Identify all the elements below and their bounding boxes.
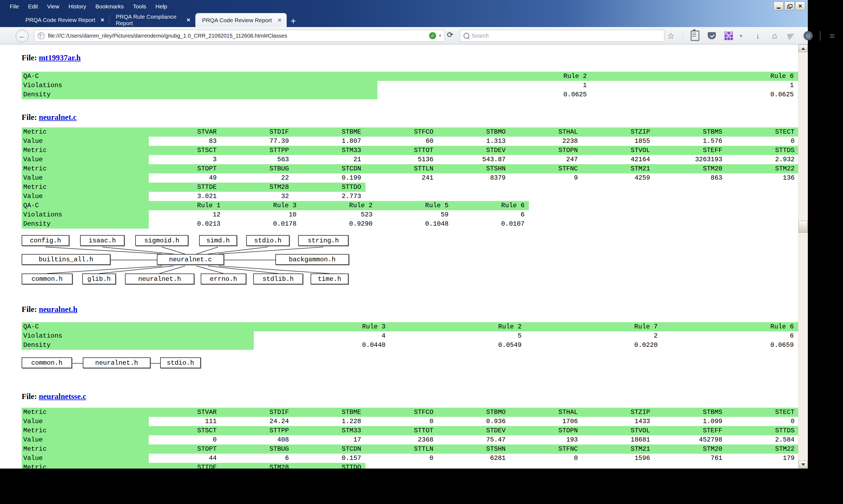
tab-close-button[interactable]: ✕ [101,17,104,23]
table-row: MetricSTSCTSTTPPSTM33STTOTSTDEVSTOPNSTVO… [22,426,799,435]
density-label: Density [22,341,254,350]
metric-name-cell: STHAL [510,408,582,417]
empty-cell [654,183,727,192]
menu-item-view[interactable]: View [47,3,59,10]
minimize-button[interactable] [774,2,784,10]
include-box-stdio.h[interactable]: stdio.h [160,357,201,368]
menu-item-file[interactable]: File [10,3,19,10]
metric-name-cell: STM33 [293,146,365,155]
tab-close-button[interactable]: ✕ [277,17,282,23]
include-box-builtins_all.h[interactable]: builtins_all.h [22,254,110,265]
metric-name-cell: STFNC [510,445,582,454]
file-link-mt19937ar.h[interactable]: mt19937ar.h [39,53,80,62]
qac-label: QA·C [22,201,149,210]
rule-header-cell: Rule 6 [453,201,529,210]
menu-item-edit[interactable]: Edit [28,3,38,10]
metric-value-cell: 2368 [365,435,438,445]
table-row: Value4460.1570628101596761179 [22,454,799,463]
include-box-common.h[interactable]: common.h [22,357,72,368]
include-box-common.h[interactable]: common.h [22,273,72,284]
empty-cell [654,463,727,469]
value-label: Value [22,137,149,146]
tab-close-button[interactable]: ✕ [186,17,191,23]
density-cell: 0.0549 [390,341,526,350]
scroll-up-button[interactable] [799,44,808,52]
include-box-stdlib.h[interactable]: stdlib.h [253,273,303,284]
include-box-neuralnet.h[interactable]: neuralnet.h [125,273,194,284]
metric-name-cell: STM28 [221,183,293,192]
empty-cell [438,183,510,192]
home-icon[interactable]: ⌂ [770,30,779,41]
bookmark-star-icon[interactable]: ☆ [666,30,676,41]
hello-chat-icon[interactable]: ☺ [803,30,813,41]
include-diagram: common.hneuralnet.hstdio.h [22,357,227,370]
include-box-stdio.h[interactable]: stdio.h [246,235,289,246]
include-box-config.h[interactable]: config.h [22,235,69,246]
file-link-neuralnet.h[interactable]: neuralnet.h [39,305,78,313]
grid-icon [724,32,733,40]
include-box-neuralnet.c[interactable]: neuralnet.c [157,254,224,265]
include-box-string.h[interactable]: string.h [298,235,348,246]
url-dropdown-icon[interactable]: ▾ [439,33,441,39]
scroll-down-button[interactable] [799,461,808,468]
include-box-sigmoid.h[interactable]: sigmoid.h [135,235,188,246]
pocket-icon[interactable] [707,30,717,41]
include-box-neuralnet.h[interactable]: neuralnet.h [83,357,150,368]
include-box-isaac.h[interactable]: isaac.h [80,235,124,246]
violations-cell: 59 [377,210,453,219]
include-box-time.h[interactable]: time.h [310,273,348,284]
url-text[interactable]: file:///C:/Users/darren_riley/Pictures/d… [48,33,429,39]
scrollbar-thumb[interactable] [799,221,808,233]
include-box-backgammon.h[interactable]: backgammon.h [275,254,349,265]
table-row: MetricSTVARSTDIFSTBMESTFCOSTBMOSTHALSTZI… [22,127,799,137]
metric-value-cell: 6 [221,454,293,463]
tab-2[interactable]: PRQA Rule Compliance Report✕ [109,13,195,27]
metric-name-cell: STEFF [654,146,727,155]
metric-name-cell: STBUG [221,164,293,174]
search-input[interactable] [471,33,664,39]
menu-item-history[interactable]: History [69,3,86,10]
title-and-tab-bar: FileEditViewHistoryBookmarksToolsHelp ✕ … [0,0,808,27]
addon-grid-icon[interactable] [724,30,733,41]
density-cell: 0.0220 [526,341,662,350]
tab-1[interactable]: PRQA Code Review Report✕ [19,13,109,27]
url-bar[interactable]: file:///C:/Users/darren_riley/Pictures/d… [34,30,445,42]
empty-cell [510,192,582,201]
include-diagram: config.hisaac.hsigmoid.hsimd.hstdio.hstr… [22,235,349,287]
qac-label: QA·C [22,72,377,81]
metric-name-cell: STTPP [221,426,293,435]
bookmarks-clipboard-icon[interactable] [690,30,700,41]
include-box-glib.h[interactable]: glib.h [82,273,116,284]
close-button[interactable]: ✕ [795,2,805,10]
rule-header-cell: Rule 2 [390,322,526,331]
menu-item-help[interactable]: Help [156,3,167,10]
clipboard-icon [691,31,699,41]
file-link-neuralnet.c[interactable]: neuralnet.c [39,113,76,122]
metric-value-cell: 1.807 [293,137,365,146]
reload-button[interactable]: ⟳ [447,30,453,39]
file-link-neuralnetsse.c[interactable]: neuralnetsse.c [39,392,86,401]
violations-cell: 2 [526,331,662,341]
new-tab-button[interactable]: + [287,17,300,25]
include-box-errno.h[interactable]: errno.h [201,273,246,284]
page-scrollbar[interactable] [798,44,808,469]
pocket-pouch-icon [708,32,716,39]
metric-name-cell: STM28 [221,463,293,469]
downloads-icon[interactable]: ↓ [753,30,763,41]
metric-name-cell: STDEV [438,426,510,435]
metric-value-cell: 1855 [582,137,654,146]
metric-value-cell: 60 [365,137,438,146]
restore-button[interactable] [785,2,794,10]
addon-dropdown-icon[interactable]: ▾ [736,30,746,41]
include-box-simd.h[interactable]: simd.h [199,235,237,246]
metric-value-cell: 3.021 [149,192,221,201]
menu-item-tools[interactable]: Tools [133,3,146,10]
rule-header-cell: Rule 3 [225,201,301,210]
verified-check-icon[interactable]: ✓ [429,32,436,39]
send-tab-icon[interactable] [787,30,796,41]
tab-3[interactable]: PRQA Code Review Report✕ [195,13,287,27]
search-bar[interactable] [460,30,664,42]
hamburger-menu-icon[interactable]: ≡ [827,30,837,41]
back-button[interactable]: ← [16,30,29,42]
menu-item-bookmarks[interactable]: Bookmarks [95,3,124,10]
